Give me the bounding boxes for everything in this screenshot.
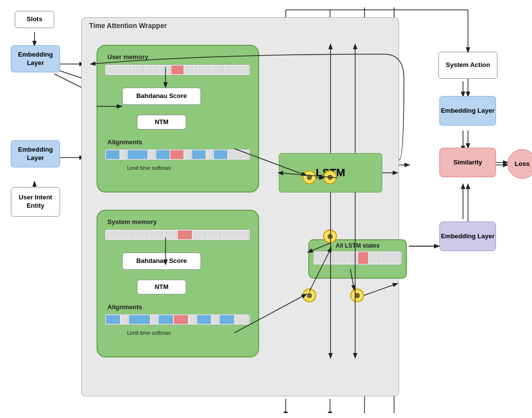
user-intent-box: User Intent Entity bbox=[11, 187, 60, 217]
alignments-user-bar bbox=[105, 149, 250, 160]
system-memory-bar bbox=[105, 229, 250, 240]
embedding-user-box: Embedding Layer bbox=[11, 140, 60, 167]
time-attention-wrapper: Time Attention Wrapper User memory bbox=[81, 17, 399, 396]
similarity-box: Similarity bbox=[439, 148, 496, 177]
user-memory-bar bbox=[105, 64, 250, 75]
bahdanau-user-box: Bahdanau Score bbox=[122, 88, 201, 105]
alignments-system-title: Alignments bbox=[107, 303, 142, 311]
embedding-system-box: Embedding Layer bbox=[439, 96, 496, 126]
all-lstm-states-label: All LSTM states bbox=[309, 240, 406, 249]
user-memory-section: User memory Bahdanau Score NTM bbox=[97, 45, 259, 193]
system-action-box: System Action bbox=[438, 52, 498, 79]
wrapper-label: Time Attention Wrapper bbox=[89, 22, 167, 30]
ntm-user-box: NTM bbox=[137, 115, 186, 129]
op-multiply2: ⊗ bbox=[302, 289, 316, 302]
lstm-states-bar bbox=[313, 251, 402, 265]
system-memory-title: System memory bbox=[107, 218, 157, 225]
slots-box: Slots bbox=[15, 11, 54, 28]
ntm-system-box: NTM bbox=[137, 280, 186, 294]
user-intent-label: User Intent Entity bbox=[11, 193, 60, 210]
limit-time-system-label: Limit time softmax bbox=[127, 330, 171, 336]
embedding-output-box: Embedding Layer bbox=[439, 222, 496, 251]
diagram-container: Slots Embedding Layer Embedding Layer Us… bbox=[5, 5, 527, 413]
op-multiply3: ⊗ bbox=[350, 289, 364, 302]
loss-box: Loss bbox=[507, 149, 532, 179]
limit-time-user-label: Limit time softmax bbox=[127, 165, 171, 171]
svg-line-44 bbox=[364, 284, 397, 295]
alignments-user-title: Alignments bbox=[107, 138, 142, 146]
bahdanau-system-box: Bahdanau Score bbox=[122, 253, 201, 270]
user-memory-title: User memory bbox=[107, 53, 148, 61]
svg-line-3 bbox=[54, 74, 84, 89]
all-lstm-states-box: All LSTM states bbox=[308, 239, 407, 279]
system-memory-section: System memory Bahdanau Score NTM bbox=[97, 210, 259, 357]
slots-label: Slots bbox=[27, 15, 42, 24]
op-multiply1: ⊗ bbox=[302, 170, 316, 184]
embedding-slots-box: Embedding Layer bbox=[11, 45, 60, 72]
embedding-slots-label: Embedding Layer bbox=[11, 51, 60, 67]
alignments-system-bar bbox=[105, 314, 250, 325]
op-add1: ⊕ bbox=[323, 170, 337, 184]
op-add2: ⊕ bbox=[323, 229, 337, 243]
embedding-user-label: Embedding Layer bbox=[11, 146, 60, 162]
